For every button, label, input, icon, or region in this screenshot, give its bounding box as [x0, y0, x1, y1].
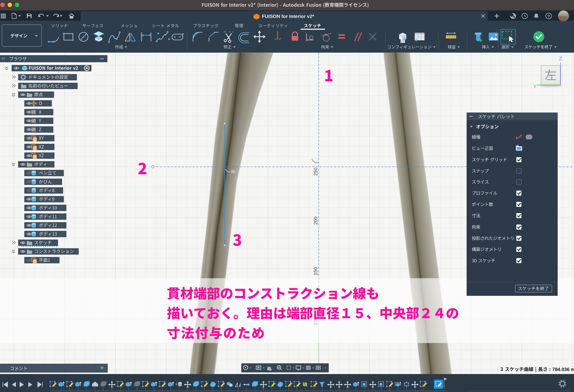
svg-text:150: 150: [313, 267, 318, 275]
svg-text:250: 250: [313, 167, 318, 176]
svg-text:784.036 mm: 784.036 mm: [552, 367, 574, 372]
svg-text:Z: Z: [559, 56, 562, 61]
svg-text:FUISON for Interior v2*: FUISON for Interior v2*: [262, 14, 314, 19]
svg-text:?: ?: [547, 14, 550, 19]
svg-text:200: 200: [313, 217, 318, 225]
svg-text:Y: Y: [533, 84, 537, 89]
